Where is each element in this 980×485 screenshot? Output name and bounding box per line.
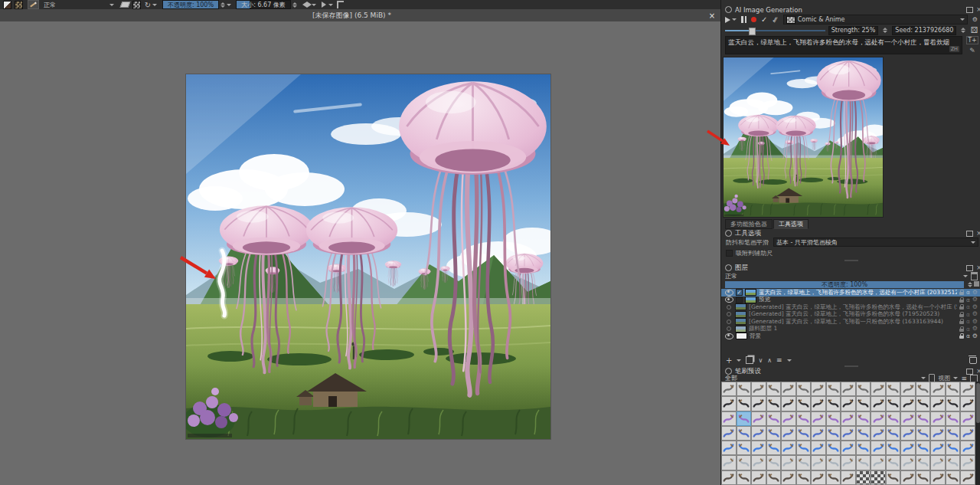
brush-tile[interactable] xyxy=(841,396,856,411)
brush-tile[interactable] xyxy=(946,396,961,411)
tab-color-picker[interactable]: 多功能拾色器 xyxy=(725,219,773,229)
brush-tile[interactable] xyxy=(916,411,931,426)
float-docker-icon[interactable] xyxy=(966,7,973,13)
layer-gear-icon[interactable]: ⚙ xyxy=(972,311,978,317)
brush-tile[interactable] xyxy=(871,426,886,441)
brush-tile[interactable] xyxy=(811,441,826,455)
seed-spinbox[interactable]: Seed: 2137926680 xyxy=(892,26,956,35)
brush-tile[interactable] xyxy=(721,382,737,396)
settings-gear-icon[interactable]: ⚙ xyxy=(972,17,978,23)
brush-tile[interactable] xyxy=(930,455,946,470)
brush-tile[interactable] xyxy=(960,455,975,470)
brush-tile[interactable] xyxy=(751,396,766,411)
brush-tile[interactable] xyxy=(946,382,961,396)
brush-tile[interactable] xyxy=(811,411,826,426)
brush-tile[interactable] xyxy=(796,441,812,455)
layer-opacity-spinner[interactable] xyxy=(968,282,972,287)
brush-tile[interactable] xyxy=(930,411,946,426)
brush-tile[interactable] xyxy=(886,470,901,485)
brush-tile[interactable] xyxy=(826,396,841,411)
layer-opacity-options-icon[interactable] xyxy=(974,281,979,287)
brush-tile[interactable] xyxy=(796,396,812,411)
alpha-icon[interactable]: α xyxy=(966,303,970,310)
layer-row[interactable]: 预览 α⚙ xyxy=(721,297,980,304)
float-docker-icon[interactable] xyxy=(966,265,973,271)
brush-tile[interactable] xyxy=(826,441,841,455)
style-select[interactable]: Comic & Anime xyxy=(783,15,968,25)
lock-icon[interactable] xyxy=(959,321,964,324)
reload-caret-icon[interactable] xyxy=(152,4,157,6)
layer-gear-icon[interactable]: ⚙ xyxy=(972,333,978,339)
alpha-icon[interactable]: α xyxy=(966,311,970,318)
reload-icon[interactable]: ↻ xyxy=(143,1,152,8)
brush-tile[interactable] xyxy=(751,411,766,426)
brush-tile[interactable] xyxy=(721,441,737,455)
brush-tile[interactable] xyxy=(737,441,752,455)
brush-tile[interactable] xyxy=(766,441,782,455)
layer-properties-caret-icon[interactable] xyxy=(787,359,792,362)
brush-tile[interactable] xyxy=(811,470,826,485)
brush-tile[interactable] xyxy=(960,470,975,485)
brush-tile[interactable] xyxy=(960,426,975,441)
brush-tile[interactable] xyxy=(721,396,737,411)
brush-tile[interactable] xyxy=(856,426,871,441)
alpha-icon[interactable]: α xyxy=(966,333,970,339)
strength-spinbox[interactable]: Strength: 25% xyxy=(828,26,879,35)
brush-tile[interactable] xyxy=(946,426,961,441)
brush-tile[interactable] xyxy=(930,396,946,411)
randomize-seed-dice-icon[interactable]: ⚄ xyxy=(970,26,978,34)
prompt-input[interactable]: 蓝天白云，绿草地上，飞翔着许多粉色的水母，远处有一个小村庄，冒着炊烟 ZH xyxy=(725,36,962,54)
layer-hidden-icon[interactable] xyxy=(727,320,731,324)
brush-tile[interactable] xyxy=(826,426,841,441)
brush-grid-scrollbar[interactable] xyxy=(975,382,980,485)
brush-tile[interactable] xyxy=(946,441,961,455)
brush-tile[interactable] xyxy=(886,396,901,411)
gradient-swatch-icon[interactable] xyxy=(2,1,11,8)
brush-tile[interactable] xyxy=(900,411,916,426)
layer-row[interactable]: [Generated] 蓝天白云，绿草地上，飞翔着一只粉色的水母 (163316… xyxy=(721,318,980,326)
size-spinner[interactable] xyxy=(292,2,297,8)
alpha-icon[interactable]: α xyxy=(966,318,970,325)
move-layer-down-icon[interactable]: ∨ xyxy=(758,357,763,364)
alpha-icon[interactable]: α xyxy=(966,326,970,333)
brush-tile[interactable] xyxy=(856,441,871,455)
brush-tile[interactable] xyxy=(737,470,752,485)
lock-icon[interactable] xyxy=(959,300,964,303)
layer-hidden-icon[interactable] xyxy=(727,326,731,331)
brush-tile[interactable] xyxy=(721,426,737,441)
generate-button[interactable] xyxy=(725,17,737,23)
size-slider[interactable]: 大小: 6.67 像素 xyxy=(236,0,291,9)
brush-tile[interactable] xyxy=(960,382,975,396)
lock-icon[interactable] xyxy=(959,336,964,339)
brush-tile[interactable] xyxy=(781,470,796,485)
brush-filter-caret-icon[interactable] xyxy=(921,377,926,379)
record-button[interactable] xyxy=(751,17,756,22)
add-layer-button[interactable]: + xyxy=(726,356,732,365)
brush-tile[interactable] xyxy=(960,396,975,411)
add-layer-caret-icon[interactable] xyxy=(737,359,741,362)
layer-row[interactable]: ✓ 蓝天白云，绿草地上，飞翔着许多粉色的水母，远处有一个小村庄 (2033251… xyxy=(721,289,980,297)
brush-tile[interactable] xyxy=(811,426,826,441)
layer-visible-eye-icon[interactable] xyxy=(725,333,733,339)
brush-tile[interactable] xyxy=(751,470,766,485)
eraser-icon[interactable] xyxy=(120,1,129,8)
brush-tile[interactable] xyxy=(916,441,931,455)
brush-tile[interactable] xyxy=(721,411,737,426)
brush-tile[interactable] xyxy=(886,382,901,396)
seed-spinner[interactable] xyxy=(961,28,965,33)
layer-link-checkbox[interactable] xyxy=(736,297,743,303)
alpha-icon[interactable]: α xyxy=(966,289,970,296)
prompt-settings-icon[interactable]: ✎ xyxy=(969,47,975,54)
brush-tile[interactable] xyxy=(841,426,856,441)
brush-tile[interactable] xyxy=(871,411,886,426)
brush-tile[interactable] xyxy=(737,382,752,396)
brush-tile[interactable] xyxy=(900,426,916,441)
brush-tile[interactable] xyxy=(886,441,901,455)
delete-layer-trash-icon[interactable] xyxy=(969,357,977,364)
layer-link-checkbox[interactable]: ✓ xyxy=(736,289,743,296)
apply-brush-button[interactable]: ✓̷ xyxy=(772,15,779,24)
slider-handle[interactable] xyxy=(749,28,756,35)
brush-tile[interactable] xyxy=(946,411,961,426)
wrap-around-icon[interactable] xyxy=(335,1,345,8)
mirror-vertical-icon[interactable] xyxy=(319,1,328,8)
